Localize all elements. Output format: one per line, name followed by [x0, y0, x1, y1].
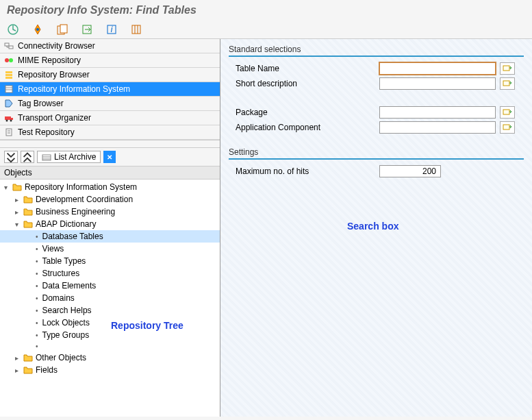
multiple-selection-button[interactable]	[500, 106, 515, 119]
multiple-selection-button[interactable]	[500, 77, 515, 90]
tree-item-label: Search Helps	[42, 306, 92, 315]
field-label: Package	[229, 108, 379, 117]
svg-rect-16	[5, 71, 12, 73]
tree-toggle-icon[interactable]: ▾	[4, 184, 12, 191]
collapse-up-icon[interactable]	[21, 151, 34, 163]
multiple-selection-button[interactable]	[500, 121, 515, 134]
tree-item-label: Lock Objects	[42, 318, 90, 328]
tree-item-label: Development Coordination	[36, 195, 133, 204]
folder-icon	[23, 208, 33, 216]
expand-down-icon[interactable]	[4, 151, 18, 163]
tree-item-label: Structures	[42, 269, 80, 278]
tree-item[interactable]: ▸Other Objects	[0, 351, 220, 364]
bullet-icon: •	[36, 270, 38, 277]
execute-icon[interactable]	[7, 23, 19, 36]
nav-item-tag[interactable]: Tag Browser	[0, 97, 220, 111]
folder-icon	[23, 354, 33, 362]
max-hits-input[interactable]	[379, 165, 441, 177]
bullet-icon: •	[36, 295, 38, 302]
max-hits-label: Maximum no. of hits	[229, 166, 379, 176]
close-button[interactable]: ✕	[103, 151, 116, 163]
tree-item[interactable]: •Search Helps	[0, 304, 220, 317]
list-archive-button[interactable]: List Archive	[37, 151, 101, 163]
nav-item-label: Repository Browser	[18, 70, 90, 79]
svg-rect-26	[6, 129, 12, 136]
copy-icon[interactable]	[56, 23, 68, 36]
tree-item-label: Database Tables	[42, 232, 103, 241]
bullet-icon: •	[36, 343, 38, 350]
svg-point-24	[6, 120, 8, 122]
bullet-icon: •	[36, 319, 38, 327]
tree-item[interactable]: •Domains	[0, 292, 220, 304]
tree-item[interactable]: •Lock Objects	[0, 317, 220, 329]
tree-item[interactable]: •Structures	[0, 267, 220, 280]
bullet-icon: •	[36, 233, 38, 240]
folder-icon	[23, 195, 33, 203]
nav-item-info[interactable]: Repository Information System	[0, 82, 220, 97]
tree-item[interactable]: ▾ABAP Dictionary	[0, 218, 220, 230]
multiple-selection-button[interactable]	[500, 62, 515, 75]
tree-item[interactable]: •Views	[0, 243, 220, 255]
tree-item-label: Views	[42, 244, 64, 254]
mime-icon	[4, 55, 14, 65]
svg-rect-22	[5, 116, 11, 120]
test-icon	[4, 127, 14, 137]
tree-item[interactable]: ▸Business Engineering	[0, 206, 220, 218]
repository-tree: ▾Repository Information System▸Developme…	[0, 180, 220, 417]
tree-toggle-icon[interactable]: ▾	[15, 221, 23, 228]
list-toolbar: List Archive ✕	[0, 147, 220, 166]
field-input-1[interactable]	[379, 77, 496, 90]
tree-toggle-icon[interactable]: ▸	[15, 367, 23, 374]
objects-header: Objects	[0, 166, 220, 180]
tree-item[interactable]: •Data Elements	[0, 280, 220, 292]
field-label: Table Name	[229, 64, 379, 73]
tree-item[interactable]: •	[0, 341, 220, 351]
bullet-icon: •	[36, 307, 38, 314]
nav-item-transport[interactable]: Transport Organizer	[0, 111, 220, 125]
field-input-0[interactable]	[379, 62, 496, 75]
folder-icon	[23, 366, 33, 374]
max-hits-row: Maximum no. of hits	[229, 164, 524, 179]
nav-item-browser[interactable]: Repository Browser	[0, 68, 220, 82]
nav-item-test[interactable]: Test Repository	[0, 125, 220, 140]
field-input-2[interactable]	[379, 106, 496, 119]
tree-item-label: Table Types	[42, 256, 86, 266]
svg-point-1	[36, 28, 39, 31]
svg-rect-7	[132, 25, 140, 34]
nav-item-label: Transport Organizer	[18, 113, 91, 123]
svg-rect-23	[11, 118, 13, 120]
svg-rect-11	[9, 46, 13, 49]
navigation-list: Connectivity BrowserMIME RepositoryRepos…	[0, 39, 220, 140]
svg-rect-19	[5, 86, 12, 92]
tree-item[interactable]: ▾Repository Information System	[0, 181, 220, 193]
tree-toggle-icon[interactable]: ▸	[15, 208, 23, 216]
svg-rect-17	[5, 74, 12, 76]
tree-item[interactable]: •Table Types	[0, 255, 220, 267]
field-input-3[interactable]	[379, 121, 496, 134]
nav-item-mime[interactable]: MIME Repository	[0, 53, 220, 68]
connectivity-icon	[4, 41, 14, 51]
tree-item-label: Repository Information System	[25, 182, 137, 192]
layout-icon[interactable]	[130, 23, 142, 36]
tree-item[interactable]: •Type Groups	[0, 329, 220, 341]
browser-icon	[4, 70, 14, 79]
svg-rect-18	[5, 77, 12, 79]
new-selection-icon[interactable]	[81, 23, 93, 36]
transport-icon	[4, 113, 14, 123]
tree-item[interactable]: ▸Fields	[0, 364, 220, 376]
nav-item-label: MIME Repository	[18, 55, 81, 65]
tree-item[interactable]: ▸Development Coordination	[0, 193, 220, 206]
page-title: Repository Info System: Find Tables	[0, 0, 532, 21]
info-icon	[4, 84, 14, 94]
nav-item-label: Repository Information System	[18, 84, 130, 94]
tree-toggle-icon[interactable]: ▸	[15, 354, 23, 362]
field-label: Application Component	[229, 123, 379, 132]
variants-icon[interactable]	[31, 23, 44, 36]
svg-text:i: i	[111, 25, 113, 34]
tree-item[interactable]: •Database Tables	[0, 230, 220, 243]
tree-toggle-icon[interactable]: ▸	[15, 196, 23, 203]
info-icon[interactable]: i	[105, 23, 118, 36]
svg-rect-35	[503, 125, 509, 129]
svg-rect-29	[42, 155, 51, 160]
nav-item-connectivity[interactable]: Connectivity Browser	[0, 39, 220, 53]
